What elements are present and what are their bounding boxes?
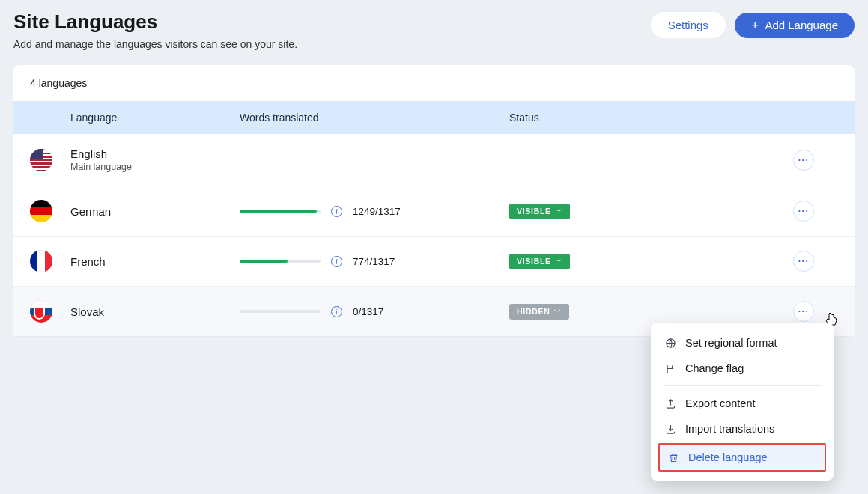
more-actions-button[interactable]: ··· xyxy=(793,251,814,272)
language-sub: Main language xyxy=(70,162,240,172)
flag-icon xyxy=(30,250,52,272)
language-name: German xyxy=(70,205,240,218)
status-label: HIDDEN xyxy=(517,307,550,316)
words-count: 1249/1317 xyxy=(353,206,401,217)
status-badge[interactable]: HIDDEN ﹀ xyxy=(509,304,569,320)
progress-bar xyxy=(240,260,321,263)
words-count: 774/1317 xyxy=(353,256,395,267)
menu-label: Export content xyxy=(685,397,756,409)
column-status: Status xyxy=(509,112,793,124)
menu-label: Import translations xyxy=(685,423,774,435)
menu-label: Change flag xyxy=(685,362,744,374)
progress-bar xyxy=(240,210,321,213)
status-label: VISIBLE xyxy=(517,207,551,216)
status-badge[interactable]: VISIBLE ﹀ xyxy=(509,254,570,269)
menu-label: Delete language xyxy=(688,451,768,463)
settings-button[interactable]: Settings xyxy=(651,12,726,38)
info-icon[interactable]: i xyxy=(331,306,342,317)
menu-change-flag[interactable]: Change flag xyxy=(651,356,834,381)
flag-outline-icon xyxy=(664,362,676,374)
language-name: French xyxy=(70,255,240,268)
status-badge[interactable]: VISIBLE ﹀ xyxy=(509,204,570,219)
words-count: 0/1317 xyxy=(353,306,383,317)
table-row: English Main language ··· xyxy=(13,134,855,186)
menu-separator xyxy=(663,385,822,386)
chevron-down-icon: ﹀ xyxy=(554,307,562,317)
add-language-label: Add Language xyxy=(765,19,838,31)
progress-bar xyxy=(240,310,321,313)
language-name: Slovak xyxy=(70,305,240,318)
trash-icon xyxy=(667,451,679,463)
language-count: 4 languages xyxy=(13,65,855,101)
menu-export[interactable]: Export content xyxy=(651,391,834,416)
flag-icon xyxy=(30,300,52,323)
more-actions-button[interactable]: ··· xyxy=(793,150,814,171)
table-row: German i 1249/1317 VISIBLE ﹀ ··· xyxy=(13,186,855,237)
status-label: VISIBLE xyxy=(517,257,551,266)
flag-icon xyxy=(30,200,52,222)
language-name: English xyxy=(70,147,240,160)
table-row: French i 774/1317 VISIBLE ﹀ ··· xyxy=(13,237,855,287)
page-subtitle: Add and manage the languages visitors ca… xyxy=(13,38,297,50)
chevron-down-icon: ﹀ xyxy=(556,257,563,266)
table-row: Slovak i 0/1317 HIDDEN ﹀ ··· xyxy=(13,287,855,336)
page-title: Site Languages xyxy=(13,10,297,34)
info-icon[interactable]: i xyxy=(331,206,342,217)
export-icon xyxy=(664,397,676,409)
menu-import[interactable]: Import translations xyxy=(651,416,834,442)
import-icon xyxy=(664,423,676,435)
plus-icon: + xyxy=(751,19,759,32)
info-icon[interactable]: i xyxy=(331,256,342,267)
globe-icon xyxy=(664,337,676,349)
flag-icon xyxy=(30,149,52,171)
row-actions-menu: Set regional format Change flag Export c… xyxy=(651,323,834,481)
menu-set-regional[interactable]: Set regional format xyxy=(651,330,834,356)
menu-label: Set regional format xyxy=(685,337,777,349)
column-words: Words translated xyxy=(240,112,509,124)
more-actions-button[interactable]: ··· xyxy=(793,301,814,322)
column-language: Language xyxy=(70,112,240,124)
add-language-button[interactable]: + Add Language xyxy=(735,13,855,38)
menu-delete-language[interactable]: Delete language xyxy=(658,443,826,472)
chevron-down-icon: ﹀ xyxy=(556,207,563,216)
more-actions-button[interactable]: ··· xyxy=(793,201,814,222)
